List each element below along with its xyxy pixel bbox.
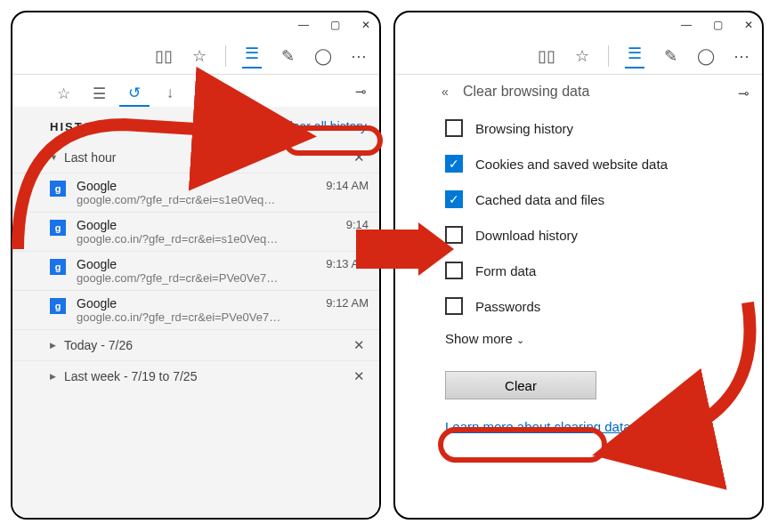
google-favicon-icon: g: [50, 181, 66, 197]
option-form-data[interactable]: Form data: [445, 253, 744, 288]
entry-time: 9:14: [343, 218, 369, 246]
history-entry[interactable]: g Google google.co.in/?gfe_rd=cr&ei=s1e0…: [12, 212, 379, 251]
option-label: Passwords: [475, 299, 540, 314]
favorites-tab-icon[interactable]: ☆: [48, 80, 78, 107]
history-entry[interactable]: g Google google.com/?gfe_rd=cr&ei=PVe0Ve…: [12, 251, 379, 290]
favorite-star-icon[interactable]: ☆: [190, 46, 209, 66]
toolbar-separator: [608, 45, 609, 67]
entry-title: Google: [77, 179, 322, 193]
maximize-button[interactable]: ▢: [330, 19, 340, 31]
minimize-button[interactable]: —: [298, 19, 309, 31]
share-icon[interactable]: ◯: [313, 46, 333, 66]
option-label: Download history: [475, 228, 578, 243]
chevron-right-icon: ▶: [50, 372, 64, 381]
clear-all-history-link[interactable]: Clear all history: [281, 119, 367, 133]
favorite-star-icon[interactable]: ☆: [572, 46, 592, 66]
option-cached[interactable]: ✓ Cached data and files: [445, 181, 744, 217]
history-entry[interactable]: g Google google.com/?gfe_rd=cr&ei=s1e0Ve…: [12, 173, 379, 212]
downloads-tab-icon[interactable]: ↓: [155, 80, 185, 107]
webnote-icon[interactable]: ✎: [660, 46, 680, 66]
hub-icon[interactable]: ☰: [625, 44, 644, 69]
entry-title: Google: [77, 218, 343, 232]
window-titlebar: — ▢ ✕: [12, 12, 379, 37]
entry-time: 9:14 AM: [322, 179, 369, 206]
panel-title: Clear browsing data: [463, 84, 589, 100]
chevron-down-icon: ⌄: [516, 335, 524, 345]
option-download-history[interactable]: Download history: [445, 217, 744, 253]
minimize-button[interactable]: —: [681, 19, 692, 31]
delete-group-icon[interactable]: ✕: [353, 368, 369, 384]
chevron-right-icon: ▶: [50, 341, 64, 350]
edge-window-clear-data: — ▢ ✕ ▯▯ ☆ ☰ ✎ ◯ ⋯ « Clear browsing data…: [393, 11, 764, 520]
delete-group-icon[interactable]: ✕: [353, 149, 369, 165]
more-icon[interactable]: ⋯: [732, 46, 751, 66]
checkbox-icon[interactable]: [445, 119, 463, 137]
reading-view-icon[interactable]: ▯▯: [537, 46, 556, 66]
close-button[interactable]: ✕: [361, 19, 370, 31]
google-favicon-icon: g: [50, 298, 66, 314]
entry-url: google.co.in/?gfe_rd=cr&ei=PVe0Ve7eNIu: [77, 310, 281, 324]
close-button[interactable]: ✕: [744, 19, 753, 31]
hub-icon[interactable]: ☰: [242, 44, 262, 69]
entry-time: 9:13 AM: [322, 257, 369, 285]
history-group-label: Last week - 7/19 to 7/25: [64, 369, 197, 383]
option-label: Cached data and files: [475, 192, 604, 207]
browser-toolbar: ▯▯ ☆ ☰ ✎ ◯ ⋯: [12, 37, 379, 75]
entry-url: google.com/?gfe_rd=cr&ei=s1e0Veq3DoO: [77, 193, 281, 206]
checkbox-checked-icon[interactable]: ✓: [445, 155, 463, 173]
checkbox-checked-icon[interactable]: ✓: [445, 190, 463, 208]
more-icon[interactable]: ⋯: [349, 46, 369, 66]
history-group-label: Today - 7/26: [64, 338, 133, 352]
delete-group-icon[interactable]: ✕: [353, 337, 369, 353]
pin-icon[interactable]: ⊸: [738, 85, 750, 101]
history-heading: HISTORY: [50, 120, 113, 133]
history-panel: HISTORY Clear all history ▼ Last hour ✕ …: [12, 107, 379, 518]
option-label: Cookies and saved website data: [475, 157, 668, 172]
checkbox-icon[interactable]: [445, 262, 463, 279]
share-icon[interactable]: ◯: [696, 46, 716, 66]
edge-window-history: — ▢ ✕ ▯▯ ☆ ☰ ✎ ◯ ⋯ ☆ ☰ ↺ ↓ ⊸ HISTORY Cle…: [11, 11, 381, 520]
clear-button[interactable]: Clear: [445, 371, 596, 399]
option-browsing-history[interactable]: Browsing history: [445, 110, 744, 146]
pin-icon[interactable]: ⊸: [355, 84, 367, 100]
clear-data-header: « Clear browsing data ⊸: [395, 75, 762, 107]
browser-toolbar: ▯▯ ☆ ☰ ✎ ◯ ⋯: [395, 37, 762, 75]
history-tab-icon[interactable]: ↺: [119, 80, 150, 107]
show-more-link[interactable]: Show more ⌄: [395, 324, 762, 346]
google-favicon-icon: g: [50, 220, 66, 236]
hub-tabs: ☆ ☰ ↺ ↓ ⊸: [12, 75, 379, 107]
reading-list-tab-icon[interactable]: ☰: [84, 80, 114, 107]
webnote-icon[interactable]: ✎: [278, 46, 297, 66]
entry-url: google.co.in/?gfe_rd=cr&ei=s1e0Veq3DoO: [77, 232, 281, 246]
window-titlebar: — ▢ ✕: [395, 12, 762, 37]
history-group-today[interactable]: ▶ Today - 7/26 ✕: [12, 329, 379, 360]
entry-url: google.com/?gfe_rd=cr&ei=PVe0Ve7eNIu: [77, 271, 281, 285]
toolbar-separator: [225, 45, 226, 67]
entry-title: Google: [77, 257, 322, 271]
chevron-down-icon: ▼: [50, 153, 64, 162]
entry-title: Google: [77, 296, 322, 310]
learn-more-link[interactable]: Learn more about clearing data: [445, 419, 762, 435]
history-group-last-hour[interactable]: ▼ Last hour ✕: [12, 142, 379, 173]
maximize-button[interactable]: ▢: [713, 19, 723, 31]
option-cookies[interactable]: ✓ Cookies and saved website data: [445, 146, 744, 181]
history-group-label: Last hour: [64, 150, 116, 165]
checkbox-icon[interactable]: [445, 226, 463, 244]
entry-time: 9:12 AM: [322, 296, 369, 324]
history-group-last-week[interactable]: ▶ Last week - 7/19 to 7/25 ✕: [12, 360, 379, 391]
google-favicon-icon: g: [50, 259, 66, 275]
reading-view-icon[interactable]: ▯▯: [154, 46, 174, 66]
back-chevron-icon[interactable]: «: [442, 85, 449, 99]
clear-options-list: Browsing history ✓ Cookies and saved web…: [395, 107, 762, 324]
option-label: Form data: [475, 263, 536, 278]
option-label: Browsing history: [475, 121, 573, 136]
option-passwords[interactable]: Passwords: [445, 288, 744, 324]
history-entry[interactable]: g Google google.co.in/?gfe_rd=cr&ei=PVe0…: [12, 290, 379, 329]
checkbox-icon[interactable]: [445, 297, 463, 315]
